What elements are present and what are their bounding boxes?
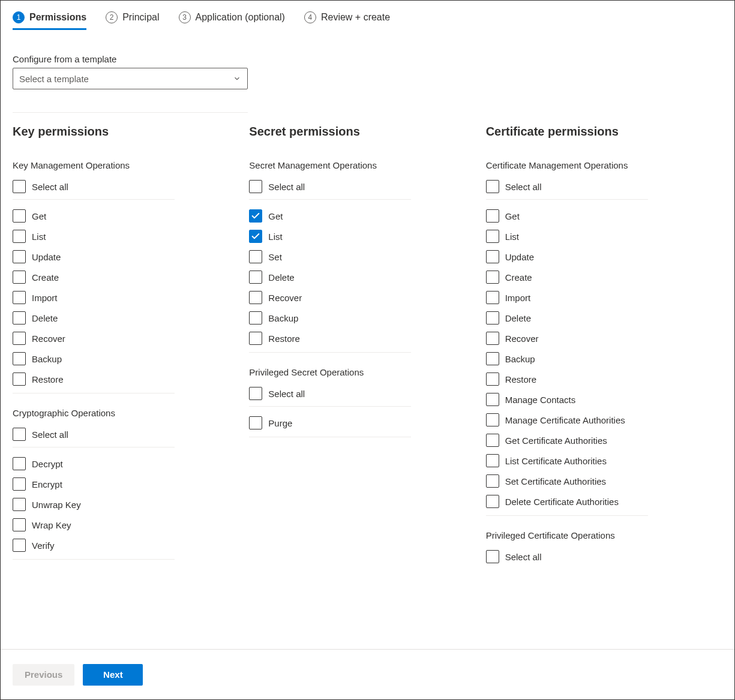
checkbox-decrypt[interactable]: Decrypt	[13, 453, 237, 474]
checkbox-update[interactable]: Update	[486, 247, 710, 267]
divider	[13, 112, 248, 113]
checkbox-label: Get	[268, 211, 283, 221]
checkbox-label: Get Certificate Authorities	[505, 435, 607, 446]
select-all-checkbox[interactable]: Select all	[249, 383, 473, 404]
checkbox-label: List	[268, 232, 282, 242]
checkbox-recover[interactable]: Recover	[249, 287, 473, 308]
checkbox-icon	[486, 495, 499, 508]
checkbox-restore[interactable]: Restore	[249, 328, 473, 349]
checkbox-list[interactable]: List	[249, 226, 473, 247]
checkbox-icon	[486, 434, 499, 447]
select-all-checkbox[interactable]: Select all	[486, 546, 710, 567]
checkbox-icon	[249, 416, 262, 429]
checkbox-label: Delete	[32, 313, 58, 323]
checkbox-list[interactable]: List	[486, 226, 710, 247]
checkbox-delete[interactable]: Delete	[249, 267, 473, 287]
select-all-checkbox[interactable]: Select all	[249, 176, 473, 197]
checkbox-delete-certificate-authorities[interactable]: Delete Certificate Authorities	[486, 491, 710, 512]
tab-label: Review + create	[321, 12, 390, 23]
tab-application[interactable]: 3 Application (optional)	[179, 11, 285, 30]
group-label: Secret Management Operations	[249, 160, 473, 170]
checkbox-icon	[13, 311, 26, 325]
next-button[interactable]: Next	[83, 664, 143, 686]
divider	[249, 352, 411, 353]
checkbox-label: Import	[505, 293, 531, 303]
checkbox-label: Set	[268, 252, 282, 262]
group-label: Privileged Secret Operations	[249, 367, 473, 377]
column-cert: Certificate permissionsCertificate Manag…	[486, 125, 722, 649]
checkbox-icon	[486, 230, 499, 243]
checkbox-purge[interactable]: Purge	[249, 413, 473, 433]
checkbox-label: List	[32, 232, 46, 242]
checkbox-backup[interactable]: Backup	[486, 349, 710, 369]
checkbox-icon	[13, 352, 26, 365]
group-label: Key Management Operations	[13, 160, 237, 170]
checkbox-wrap-key[interactable]: Wrap Key	[13, 515, 237, 535]
checkbox-recover[interactable]: Recover	[13, 328, 237, 349]
checkbox-backup[interactable]: Backup	[249, 308, 473, 328]
checkbox-list[interactable]: List	[13, 226, 237, 247]
checkbox-label: Select all	[268, 182, 305, 192]
checkbox-create[interactable]: Create	[13, 267, 237, 287]
divider	[13, 199, 175, 200]
checkbox-delete[interactable]: Delete	[486, 308, 710, 328]
tab-permissions[interactable]: 1 Permissions	[13, 11, 86, 30]
checkbox-icon	[486, 372, 499, 386]
checkbox-icon	[486, 250, 499, 263]
permission-group: Key Management OperationsSelect allGetLi…	[13, 160, 237, 393]
checkbox-restore[interactable]: Restore	[486, 369, 710, 389]
checkbox-label: Purge	[268, 418, 292, 428]
step-number-icon: 1	[13, 11, 25, 23]
checkbox-manage-contacts[interactable]: Manage Contacts	[486, 389, 710, 410]
checkbox-set-certificate-authorities[interactable]: Set Certificate Authorities	[486, 471, 710, 491]
checkbox-verify[interactable]: Verify	[13, 535, 237, 555]
checkbox-icon	[13, 332, 26, 345]
checkbox-label: Create	[32, 272, 59, 283]
divider	[486, 515, 648, 516]
permission-group: Privileged Secret OperationsSelect allPu…	[249, 367, 473, 437]
checkbox-import[interactable]: Import	[486, 287, 710, 308]
tab-label: Application (optional)	[196, 12, 285, 23]
checkbox-restore[interactable]: Restore	[13, 369, 237, 389]
select-all-checkbox[interactable]: Select all	[486, 176, 710, 197]
permission-group: Secret Management OperationsSelect allGe…	[249, 160, 473, 353]
checkbox-update[interactable]: Update	[13, 247, 237, 267]
permission-group: Privileged Certificate OperationsSelect …	[486, 530, 710, 567]
checkbox-unwrap-key[interactable]: Unwrap Key	[13, 494, 237, 515]
checkbox-manage-certificate-authorities[interactable]: Manage Certificate Authorities	[486, 410, 710, 430]
divider	[249, 437, 411, 437]
template-label: Configure from a template	[13, 54, 722, 64]
checkbox-icon	[13, 428, 26, 441]
checkbox-icon	[249, 180, 262, 193]
checkbox-icon	[249, 311, 262, 325]
checkbox-get[interactable]: Get	[13, 206, 237, 226]
permission-group: Cryptographic OperationsSelect allDecryp…	[13, 408, 237, 560]
checkbox-backup[interactable]: Backup	[13, 349, 237, 369]
template-select[interactable]: Select a template	[13, 68, 248, 89]
column-secret: Secret permissionsSecret Management Oper…	[249, 125, 485, 649]
checkbox-get[interactable]: Get	[486, 206, 710, 226]
checkbox-create[interactable]: Create	[486, 267, 710, 287]
checkbox-icon	[486, 332, 499, 345]
tab-principal[interactable]: 2 Principal	[106, 11, 159, 30]
tab-label: Principal	[122, 12, 159, 23]
checkbox-set[interactable]: Set	[249, 247, 473, 267]
checkbox-import[interactable]: Import	[13, 287, 237, 308]
divider	[13, 447, 175, 447]
checkbox-get-certificate-authorities[interactable]: Get Certificate Authorities	[486, 430, 710, 450]
checkbox-icon	[13, 539, 26, 552]
checkbox-label: Recover	[32, 334, 65, 344]
checkbox-encrypt[interactable]: Encrypt	[13, 474, 237, 494]
select-all-checkbox[interactable]: Select all	[13, 424, 237, 444]
checkbox-icon	[249, 209, 262, 223]
select-all-checkbox[interactable]: Select all	[13, 176, 237, 197]
checkbox-delete[interactable]: Delete	[13, 308, 237, 328]
checkbox-recover[interactable]: Recover	[486, 328, 710, 349]
checkbox-get[interactable]: Get	[249, 206, 473, 226]
checkbox-label: Recover	[505, 334, 539, 344]
column-title: Secret permissions	[249, 125, 473, 139]
checkbox-icon	[486, 271, 499, 284]
divider	[249, 199, 411, 200]
tab-review-create[interactable]: 4 Review + create	[304, 11, 390, 30]
checkbox-list-certificate-authorities[interactable]: List Certificate Authorities	[486, 450, 710, 471]
